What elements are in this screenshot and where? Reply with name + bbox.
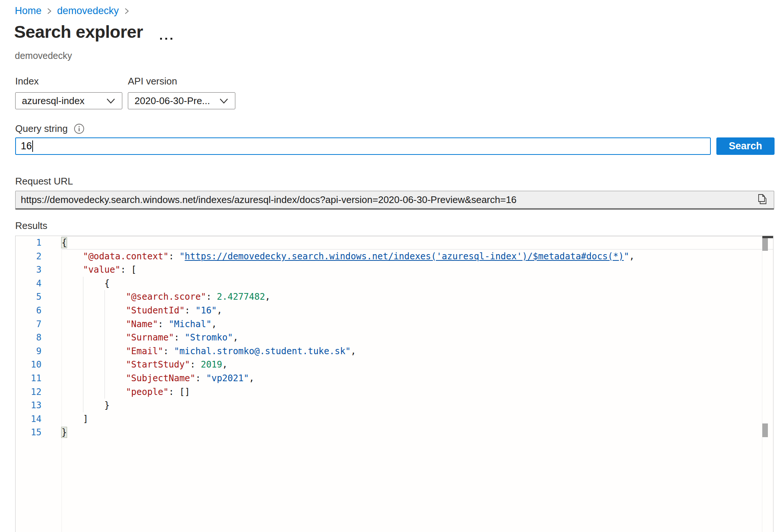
code-text: "people": [] xyxy=(62,385,773,399)
code-line-5: 5 "@search.score": 2.4277482, xyxy=(16,290,773,304)
indent-guide xyxy=(83,317,83,331)
indent-guide xyxy=(105,290,105,304)
info-icon[interactable] xyxy=(74,123,84,134)
indent-guide xyxy=(105,345,105,358)
code-text: } xyxy=(62,426,773,439)
query-string-input[interactable]: 16 xyxy=(15,137,711,155)
index-dropdown[interactable]: azuresql-index xyxy=(15,92,122,109)
breadcrumb: Home demovedecky xyxy=(15,5,129,17)
search-button[interactable]: Search xyxy=(716,137,775,155)
indent-guide xyxy=(83,372,83,385)
code-text: "Name": "Michal", xyxy=(62,317,773,331)
line-number: 7 xyxy=(16,317,62,331)
indent-guide xyxy=(83,358,83,372)
page-title: Search explorer xyxy=(14,21,143,42)
code-line-4: 4 { xyxy=(16,277,773,290)
line-number: 3 xyxy=(16,263,62,277)
code-text: { xyxy=(62,236,773,250)
indent-guide xyxy=(105,317,105,331)
indent-guide xyxy=(105,385,105,399)
indent-guide xyxy=(83,345,83,358)
indent-guide xyxy=(105,304,105,317)
text-caret xyxy=(32,140,33,152)
api-version-label: API version xyxy=(128,76,177,87)
results-editor-lines: 1{2 "@odata.context": "https://demovedec… xyxy=(16,236,773,439)
code-line-6: 6 "StudentId": "16", xyxy=(16,304,773,317)
copy-icon[interactable] xyxy=(756,193,768,206)
code-line-15: 15} xyxy=(16,426,773,439)
indent-guide xyxy=(83,290,83,304)
code-text: "value": [ xyxy=(62,263,773,277)
code-line-3: 3 "value": [ xyxy=(16,263,773,277)
code-text: ] xyxy=(62,412,773,426)
indent-guide xyxy=(83,399,83,412)
line-number: 14 xyxy=(16,412,62,426)
api-version-dropdown-value: 2020-06-30-Pre... xyxy=(135,95,210,107)
line-number: 4 xyxy=(16,277,62,290)
code-line-10: 10 "StartStudy": 2019, xyxy=(16,358,773,372)
line-number: 12 xyxy=(16,385,62,399)
results-editor[interactable]: 1{2 "@odata.context": "https://demovedec… xyxy=(15,236,773,532)
line-number: 1 xyxy=(16,236,62,250)
ellipsis-icon xyxy=(170,38,172,40)
query-string-value: 16 xyxy=(21,140,32,152)
code-line-13: 13 } xyxy=(16,399,773,412)
code-text: "SubjectName": "vp2021", xyxy=(62,372,773,385)
scrollbar-lane xyxy=(762,236,762,532)
line-number: 5 xyxy=(16,290,62,304)
index-label: Index xyxy=(15,76,39,87)
chevron-right-icon xyxy=(47,6,52,16)
chevron-right-icon xyxy=(124,6,129,16)
line-number: 11 xyxy=(16,372,62,385)
line-number: 9 xyxy=(16,345,62,358)
code-line-8: 8 "Surname": "Stromko", xyxy=(16,331,773,345)
indent-guide xyxy=(105,331,105,345)
code-line-14: 14 ] xyxy=(16,412,773,426)
line-number: 6 xyxy=(16,304,62,317)
indent-guide xyxy=(83,277,83,290)
chevron-down-icon xyxy=(106,95,115,107)
overview-ruler-bracket-mark xyxy=(762,423,768,437)
indent-guide xyxy=(83,331,83,345)
indent-guide xyxy=(83,385,83,399)
line-number: 2 xyxy=(16,250,62,263)
indent-guide xyxy=(105,358,105,372)
code-line-11: 11 "SubjectName": "vp2021", xyxy=(16,372,773,385)
code-line-2: 2 "@odata.context": "https://demovedecky… xyxy=(16,250,773,263)
api-version-dropdown[interactable]: 2020-06-30-Pre... xyxy=(128,92,235,109)
code-line-12: 12 "people": [] xyxy=(16,385,773,399)
line-number: 8 xyxy=(16,331,62,345)
page-subtitle: demovedecky xyxy=(15,50,72,61)
indent-guide xyxy=(83,304,83,317)
code-text: "Email": "michal.stromko@.student.tuke.s… xyxy=(62,345,773,358)
code-text: "StartStudy": 2019, xyxy=(62,358,773,372)
indent-guide xyxy=(105,372,105,385)
code-text: "@odata.context": "https://demovedecky.s… xyxy=(62,250,773,263)
code-line-1: 1{ xyxy=(16,236,773,250)
search-explorer-page: Home demovedecky Search explorer demoved… xyxy=(0,0,779,532)
ellipsis-icon xyxy=(165,38,167,40)
request-url-value: https://demovedecky.search.windows.net/i… xyxy=(21,194,756,206)
breadcrumb-demovedecky-link[interactable]: demovedecky xyxy=(57,5,119,17)
scrollbar-thumb[interactable] xyxy=(762,238,768,251)
chevron-down-icon xyxy=(219,95,228,107)
more-actions-button[interactable] xyxy=(159,36,174,41)
index-dropdown-value: azuresql-index xyxy=(22,95,84,107)
code-text: "StudentId": "16", xyxy=(62,304,773,317)
code-text: { xyxy=(62,277,773,290)
request-url-label: Request URL xyxy=(15,176,73,187)
line-number: 10 xyxy=(16,358,62,372)
line-number: 15 xyxy=(16,426,62,439)
breadcrumb-home-link[interactable]: Home xyxy=(15,5,42,17)
line-number: 13 xyxy=(16,399,62,412)
code-text: "Surname": "Stromko", xyxy=(62,331,773,345)
results-label: Results xyxy=(15,220,47,232)
code-text: "@search.score": 2.4277482, xyxy=(62,290,773,304)
code-line-9: 9 "Email": "michal.stromko@.student.tuke… xyxy=(16,345,773,358)
code-line-7: 7 "Name": "Michal", xyxy=(16,317,773,331)
query-string-label: Query string xyxy=(15,123,68,134)
ellipsis-icon xyxy=(160,38,162,40)
request-url-box: https://demovedecky.search.windows.net/i… xyxy=(15,191,774,210)
code-text: } xyxy=(62,399,773,412)
